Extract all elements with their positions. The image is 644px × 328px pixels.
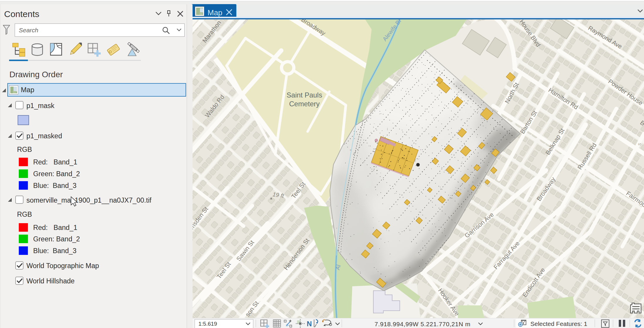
svg-text:Cemetery: Cemetery <box>289 100 320 108</box>
svg-text:Saint Pauls: Saint Pauls <box>286 91 322 99</box>
